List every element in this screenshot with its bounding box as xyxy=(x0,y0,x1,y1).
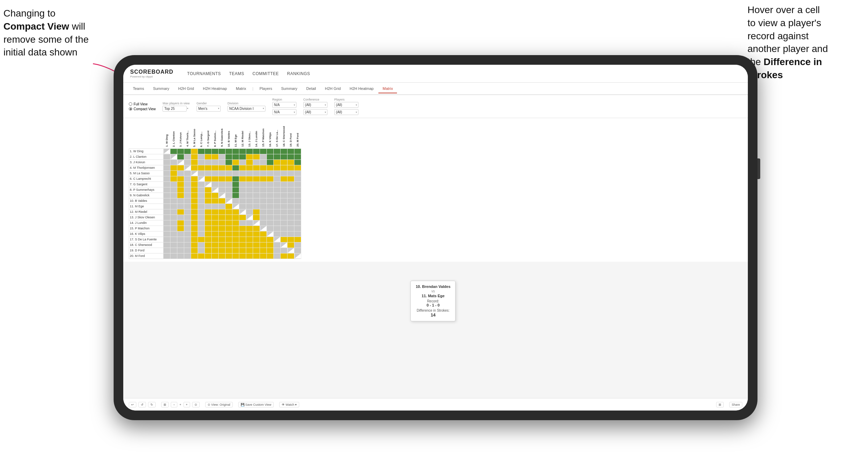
matrix-cell[interactable] xyxy=(191,193,198,198)
matrix-cell[interactable] xyxy=(219,231,226,237)
matrix-cell[interactable] xyxy=(260,242,267,248)
matrix-cell[interactable] xyxy=(232,170,239,176)
matrix-cell[interactable] xyxy=(281,231,287,237)
matrix-cell[interactable] xyxy=(246,193,253,198)
matrix-cell[interactable] xyxy=(184,154,191,159)
matrix-cell[interactable] xyxy=(253,237,260,242)
matrix-cell[interactable] xyxy=(287,204,294,209)
nav-teams[interactable]: TEAMS xyxy=(229,71,244,77)
matrix-cell[interactable] xyxy=(205,154,212,159)
matrix-cell[interactable] xyxy=(287,231,294,237)
matrix-cell[interactable] xyxy=(246,237,253,242)
matrix-cell[interactable] xyxy=(177,226,184,231)
matrix-cell[interactable] xyxy=(219,176,226,181)
matrix-cell[interactable] xyxy=(232,209,239,215)
matrix-cell[interactable] xyxy=(287,220,294,226)
matrix-cell[interactable] xyxy=(287,242,294,248)
matrix-cell[interactable] xyxy=(260,237,267,242)
matrix-cell[interactable] xyxy=(164,170,170,176)
matrix-cell[interactable] xyxy=(232,204,239,209)
matrix-cell[interactable] xyxy=(177,154,184,159)
matrix-cell[interactable] xyxy=(260,226,267,231)
full-view-option[interactable]: Full View xyxy=(129,102,156,106)
matrix-cell[interactable] xyxy=(281,198,287,204)
matrix-cell[interactable] xyxy=(287,165,294,170)
matrix-cell[interactable] xyxy=(219,253,226,259)
conference-select[interactable]: (All) xyxy=(303,102,327,108)
matrix-cell[interactable] xyxy=(226,248,232,253)
matrix-cell[interactable] xyxy=(198,209,205,215)
matrix-cell[interactable] xyxy=(177,242,184,248)
players-select2[interactable]: (All) xyxy=(334,109,358,115)
matrix-cell[interactable] xyxy=(253,176,260,181)
matrix-cell[interactable] xyxy=(260,148,267,154)
matrix-cell[interactable] xyxy=(205,253,212,259)
matrix-cell[interactable] xyxy=(164,209,170,215)
matrix-cell[interactable] xyxy=(253,148,260,154)
matrix-cell[interactable] xyxy=(191,242,198,248)
matrix-cell[interactable] xyxy=(294,159,301,165)
matrix-cell[interactable] xyxy=(253,165,260,170)
matrix-cell[interactable] xyxy=(253,154,260,159)
matrix-cell[interactable] xyxy=(274,187,281,193)
matrix-cell[interactable] xyxy=(260,165,267,170)
matrix-cell[interactable] xyxy=(191,220,198,226)
matrix-cell[interactable] xyxy=(239,253,246,259)
matrix-cell[interactable] xyxy=(294,154,301,159)
matrix-cell[interactable] xyxy=(198,193,205,198)
matrix-cell[interactable] xyxy=(281,242,287,248)
matrix-cell[interactable] xyxy=(287,226,294,231)
matrix-cell[interactable] xyxy=(170,176,177,181)
matrix-cell[interactable] xyxy=(164,154,170,159)
matrix-cell[interactable] xyxy=(281,220,287,226)
matrix-cell[interactable] xyxy=(191,170,198,176)
matrix-cell[interactable] xyxy=(170,248,177,253)
matrix-cell[interactable] xyxy=(212,176,219,181)
matrix-cell[interactable] xyxy=(267,253,274,259)
players-select[interactable]: (All) xyxy=(334,102,358,108)
matrix-cell[interactable] xyxy=(239,170,246,176)
matrix-cell[interactable] xyxy=(226,193,232,198)
matrix-cell[interactable] xyxy=(239,198,246,204)
matrix-cell[interactable] xyxy=(205,198,212,204)
matrix-cell[interactable] xyxy=(164,176,170,181)
matrix-cell[interactable] xyxy=(198,226,205,231)
matrix-cell[interactable] xyxy=(267,220,274,226)
matrix-cell[interactable] xyxy=(246,220,253,226)
matrix-cell[interactable] xyxy=(232,159,239,165)
matrix-cell[interactable] xyxy=(260,253,267,259)
matrix-cell[interactable] xyxy=(198,148,205,154)
matrix-cell[interactable] xyxy=(164,159,170,165)
matrix-cell[interactable] xyxy=(239,209,246,215)
matrix-cell[interactable] xyxy=(274,226,281,231)
matrix-cell[interactable] xyxy=(205,187,212,193)
matrix-cell[interactable] xyxy=(164,253,170,259)
matrix-cell[interactable] xyxy=(184,248,191,253)
matrix-cell[interactable] xyxy=(212,198,219,204)
matrix-cell[interactable] xyxy=(260,220,267,226)
matrix-cell[interactable] xyxy=(294,148,301,154)
matrix-cell[interactable] xyxy=(246,154,253,159)
matrix-cell[interactable] xyxy=(267,204,274,209)
matrix-cell[interactable] xyxy=(253,231,260,237)
matrix-cell[interactable] xyxy=(294,170,301,176)
matrix-cell[interactable] xyxy=(170,165,177,170)
matrix-cell[interactable] xyxy=(177,193,184,198)
matrix-cell[interactable] xyxy=(239,176,246,181)
matrix-cell[interactable] xyxy=(191,181,198,187)
matrix-cell[interactable] xyxy=(287,253,294,259)
matrix-cell[interactable] xyxy=(212,154,219,159)
matrix-cell[interactable] xyxy=(294,198,301,204)
matrix-cell[interactable] xyxy=(219,204,226,209)
matrix-cell[interactable] xyxy=(287,159,294,165)
matrix-cell[interactable] xyxy=(267,159,274,165)
matrix-cell[interactable] xyxy=(198,220,205,226)
matrix-cell[interactable] xyxy=(198,154,205,159)
matrix-cell[interactable] xyxy=(184,209,191,215)
matrix-cell[interactable] xyxy=(239,242,246,248)
matrix-cell[interactable] xyxy=(267,176,274,181)
matrix-cell[interactable] xyxy=(239,193,246,198)
matrix-cell[interactable] xyxy=(184,215,191,220)
matrix-cell[interactable] xyxy=(239,220,246,226)
zoom-out-button[interactable]: − xyxy=(171,402,177,407)
